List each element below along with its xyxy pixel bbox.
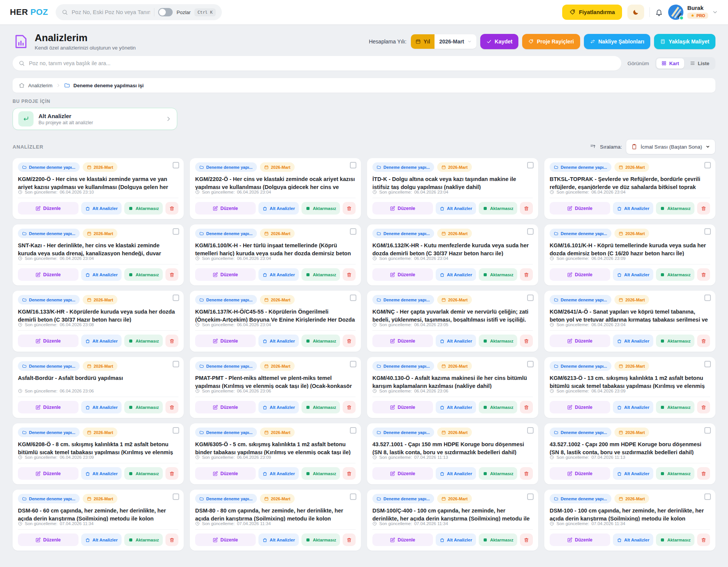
no-transfer-button[interactable]: Aktarmasız (656, 268, 694, 281)
sub-analyses-button[interactable]: Alt Analizler (436, 467, 476, 480)
dark-mode-button[interactable] (627, 5, 644, 20)
sub-analyses-button[interactable]: Alt Analizler (613, 467, 653, 480)
no-transfer-button[interactable]: Aktarmasız (124, 533, 163, 546)
edit-button[interactable]: Düzenle (18, 467, 79, 480)
sub-analyses-button[interactable]: Alt Analizler (436, 268, 476, 281)
edit-button[interactable]: Düzenle (372, 202, 433, 215)
sub-analyses-button[interactable]: Alt Analizler (613, 268, 653, 281)
card-checkbox[interactable] (173, 162, 179, 168)
card-checkbox[interactable] (350, 228, 356, 235)
card-checkbox[interactable] (350, 295, 356, 301)
no-transfer-button[interactable]: Aktarmasız (124, 467, 163, 480)
delete-button[interactable] (165, 401, 178, 413)
sub-analyses-button[interactable]: Alt Analizler (81, 335, 122, 347)
sub-analyses-button[interactable]: Alt Analizler (258, 335, 299, 347)
delete-button[interactable] (520, 268, 533, 281)
card-checkbox[interactable] (704, 295, 711, 301)
no-transfer-button[interactable]: Aktarmasız (124, 202, 163, 215)
edit-button[interactable]: Düzenle (18, 335, 79, 347)
card-checkbox[interactable] (173, 228, 179, 235)
sub-analyses-card[interactable]: Alt Analizler Bu projeye ait alt analizl… (13, 108, 177, 130)
card-checkbox[interactable] (704, 361, 711, 367)
card-checkbox[interactable] (173, 361, 179, 367)
delete-button[interactable] (343, 533, 356, 546)
no-transfer-button[interactable]: Aktarmasız (301, 401, 340, 413)
card-checkbox[interactable] (173, 295, 179, 301)
delete-button[interactable] (165, 202, 178, 215)
no-transfer-button[interactable]: Aktarmasız (656, 202, 694, 215)
analyses-search-input[interactable] (29, 60, 615, 66)
edit-button[interactable]: Düzenle (195, 533, 256, 546)
sub-analyses-button[interactable]: Alt Analizler (436, 401, 476, 413)
chevron-down-icon[interactable] (712, 9, 718, 15)
no-transfer-button[interactable]: Aktarmasız (301, 202, 340, 215)
delete-button[interactable] (165, 467, 178, 480)
card-checkbox[interactable] (350, 493, 356, 500)
sub-analyses-button[interactable]: Alt Analizler (258, 467, 299, 480)
card-checkbox[interactable] (527, 427, 534, 434)
sub-analyses-button[interactable]: Alt Analizler (436, 202, 476, 215)
breadcrumb-root[interactable]: Analizlerim (28, 83, 53, 88)
edit-button[interactable]: Düzenle (195, 401, 256, 413)
edit-button[interactable]: Düzenle (550, 533, 610, 546)
delete-button[interactable] (697, 335, 710, 347)
delete-button[interactable] (343, 335, 356, 347)
no-transfer-button[interactable]: Aktarmasız (301, 268, 340, 281)
edit-button[interactable]: Düzenle (550, 202, 610, 215)
card-checkbox[interactable] (173, 427, 179, 434)
sub-analyses-button[interactable]: Alt Analizler (436, 335, 476, 347)
card-checkbox[interactable] (704, 228, 711, 235)
card-checkbox[interactable] (527, 228, 534, 235)
project-rates-button[interactable]: Proje Rayiçleri (522, 34, 580, 49)
approx-cost-button[interactable]: Yaklaşık Maliyet (654, 34, 715, 49)
home-icon[interactable] (19, 82, 25, 88)
card-checkbox[interactable] (704, 162, 711, 168)
delete-button[interactable] (697, 533, 710, 546)
no-transfer-button[interactable]: Aktarmasız (301, 467, 340, 480)
no-transfer-button[interactable]: Aktarmasız (124, 335, 163, 347)
no-transfer-button[interactable]: Aktarmasız (301, 335, 340, 347)
no-transfer-button[interactable]: Aktarmasız (656, 467, 694, 480)
edit-button[interactable]: Düzenle (372, 533, 433, 546)
delete-button[interactable] (343, 268, 356, 281)
card-checkbox[interactable] (350, 162, 356, 168)
sub-analyses-button[interactable]: Alt Analizler (613, 533, 653, 546)
edit-button[interactable]: Düzenle (195, 268, 256, 281)
edit-button[interactable]: Düzenle (18, 401, 79, 413)
delete-button[interactable] (697, 467, 710, 480)
save-button[interactable]: Kaydet (480, 34, 519, 49)
sub-analyses-button[interactable]: Alt Analizler (258, 401, 299, 413)
sub-analyses-button[interactable]: Alt Analizler (81, 202, 122, 215)
sub-analyses-button[interactable]: Alt Analizler (81, 467, 122, 480)
sub-analyses-button[interactable]: Alt Analizler (258, 202, 299, 215)
edit-button[interactable]: Düzenle (550, 335, 610, 347)
delete-button[interactable] (343, 401, 356, 413)
no-transfer-button[interactable]: Aktarmasız (479, 202, 517, 215)
sort-select[interactable]: İcmal Sırası (Baştan Sona) (626, 139, 715, 154)
delete-button[interactable] (165, 335, 178, 347)
edit-button[interactable]: Düzenle (195, 202, 256, 215)
edit-button[interactable]: Düzenle (18, 202, 79, 215)
no-transfer-button[interactable]: Aktarmasız (124, 401, 163, 413)
card-checkbox[interactable] (527, 295, 534, 301)
edit-button[interactable]: Düzenle (372, 467, 433, 480)
sub-analyses-button[interactable]: Alt Analizler (258, 268, 299, 281)
no-transfer-button[interactable]: Aktarmasız (479, 401, 517, 413)
no-transfer-button[interactable]: Aktarmasız (656, 335, 694, 347)
sub-analyses-button[interactable]: Alt Analizler (258, 533, 299, 546)
delete-button[interactable] (520, 533, 533, 546)
sub-analyses-button[interactable]: Alt Analizler (81, 401, 122, 413)
no-transfer-button[interactable]: Aktarmasız (656, 533, 694, 546)
sub-analyses-button[interactable]: Alt Analizler (81, 533, 122, 546)
edit-button[interactable]: Düzenle (195, 335, 256, 347)
card-checkbox[interactable] (704, 427, 711, 434)
delete-button[interactable] (697, 268, 710, 281)
delete-button[interactable] (697, 202, 710, 215)
sub-analyses-button[interactable]: Alt Analizler (613, 401, 653, 413)
year-select[interactable]: 2026-Mart (435, 34, 476, 49)
sub-analyses-button[interactable]: Alt Analizler (81, 268, 122, 281)
edit-button[interactable]: Düzenle (550, 268, 610, 281)
calc-year-control[interactable]: Yıl 2026-Mart (411, 34, 476, 49)
breadcrumb-current[interactable]: Deneme deneme yapılması işi (74, 83, 144, 88)
card-checkbox[interactable] (173, 493, 179, 500)
